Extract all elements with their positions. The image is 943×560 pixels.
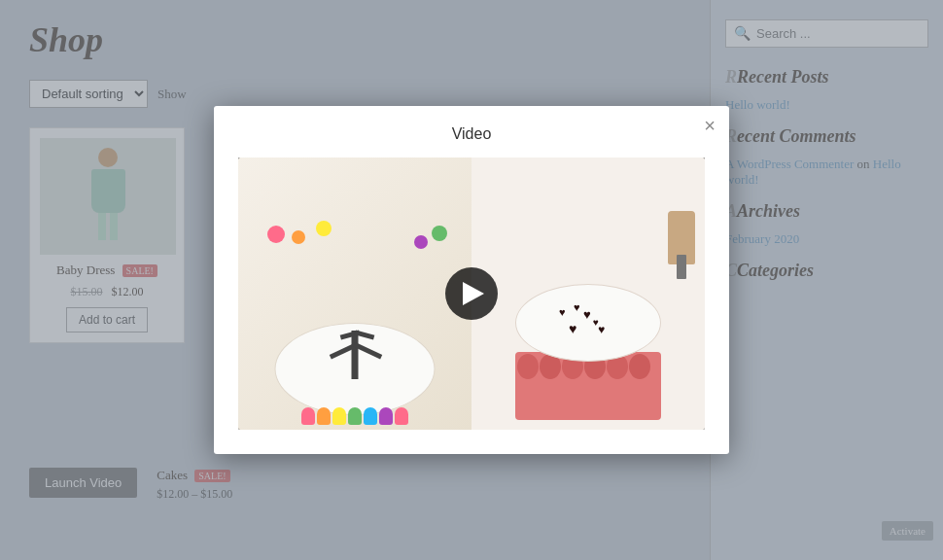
frosting-pink-2 — [395, 407, 408, 425]
piping-bag — [677, 255, 686, 279]
modal-overlay[interactable]: × Video Most Satisfying Chocolate Cake D… — [0, 0, 943, 560]
frosting-purple — [379, 407, 393, 425]
frosting-orange — [317, 407, 331, 425]
frosting-blue — [364, 407, 377, 425]
video-container: Most Satisfying Chocolate Cake Decor... … — [238, 158, 705, 430]
heart-1: ♥ — [569, 322, 576, 337]
tree-trunk — [352, 331, 359, 379]
video-modal: × Video Most Satisfying Chocolate Cake D… — [214, 106, 729, 454]
heart-3: ♥ — [598, 323, 605, 337]
play-icon — [463, 282, 484, 305]
flower-yellow — [316, 221, 332, 236]
ruffle-6 — [629, 354, 650, 379]
play-button[interactable] — [445, 267, 498, 320]
cake-right-side — [515, 352, 661, 420]
hand-decorating — [668, 211, 695, 264]
flower-orange — [292, 230, 305, 244]
frosting-pink-1 — [301, 407, 315, 425]
hand-shape — [668, 211, 695, 264]
modal-title: Video — [238, 125, 705, 143]
frosting-yellow — [332, 407, 346, 425]
heart-2: ♥ — [583, 307, 591, 323]
video-left-panel — [238, 158, 472, 430]
cake-right-top — [515, 284, 661, 362]
heart-4: ♥ — [574, 301, 580, 313]
frosting-green — [348, 407, 362, 425]
modal-close-button[interactable]: × — [704, 116, 716, 135]
flower-pink — [267, 226, 285, 243]
flower-green — [432, 226, 447, 241]
frosting-row — [301, 407, 408, 425]
heart-5: ♥ — [593, 317, 599, 328]
ruffle-1 — [517, 354, 539, 379]
flower-purple — [414, 235, 428, 249]
heart-6: ♥ — [559, 306, 566, 318]
video-right-panel: ♥ ♥ ♥ ♥ ♥ ♥ — [472, 158, 705, 430]
